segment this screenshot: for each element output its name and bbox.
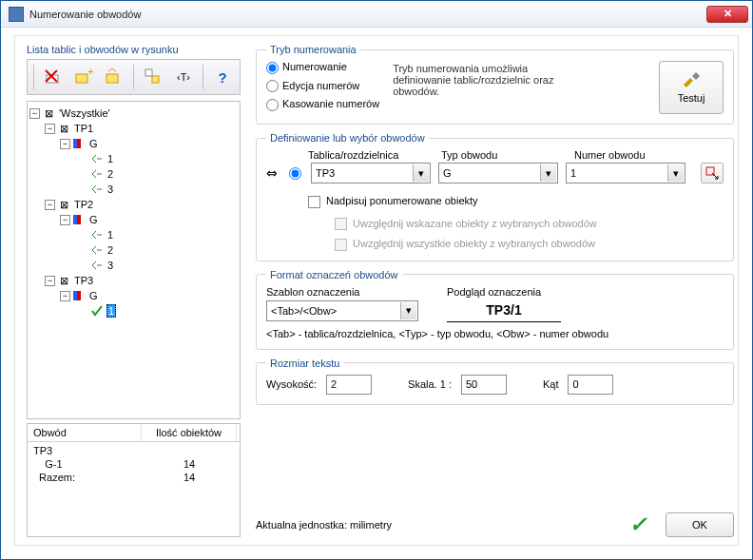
radio-numbering[interactable]: Numerowanie: [266, 61, 379, 74]
expand-icon[interactable]: −: [60, 215, 70, 225]
boxed-x-icon: ⊠: [57, 275, 70, 286]
height-input[interactable]: 2: [326, 375, 372, 395]
template-combo[interactable]: <Tab>/<Obw>▾: [266, 300, 418, 321]
tree-toolbar: + ‹T› ?: [27, 59, 241, 95]
test-button[interactable]: Testuj: [659, 61, 724, 114]
circuit-icon: [90, 183, 104, 195]
circuit-icon: [90, 153, 104, 164]
list-header-count[interactable]: Ilość obiektów: [142, 424, 237, 441]
circuit-icon: [90, 168, 104, 180]
toolbar-help-button[interactable]: ?: [209, 64, 236, 90]
ok-button[interactable]: OK: [666, 512, 734, 537]
expand-icon[interactable]: −: [45, 124, 55, 134]
check-icon: [90, 305, 104, 317]
expand-icon[interactable]: −: [60, 291, 70, 301]
preview-text: TP3/1: [447, 299, 561, 322]
format-group: Format oznaczeń obwodów Szablon oznaczen…: [256, 269, 734, 350]
pick-button[interactable]: [701, 163, 724, 183]
type-combo[interactable]: G▾: [438, 163, 558, 183]
tree-leaf[interactable]: 3: [106, 183, 114, 195]
tree-node-tp1[interactable]: TP1: [73, 123, 94, 134]
format-legend-text: <Tab> - tablica/rozdzielnica, <Typ> - ty…: [266, 328, 724, 339]
tree-node-tp2[interactable]: TP2: [73, 199, 94, 210]
tree-root[interactable]: 'Wszystkie': [58, 107, 111, 119]
radio-delete[interactable]: Kasowanie numerów: [266, 98, 379, 111]
expand-icon[interactable]: −: [60, 139, 70, 149]
hammer-icon: [681, 71, 702, 88]
checkbox-include-all: [335, 239, 347, 251]
titlebar: Numerowanie obwodów ✕: [1, 1, 752, 28]
chevron-down-icon[interactable]: ▾: [667, 164, 684, 182]
checkbox-overwrite[interactable]: [308, 196, 320, 208]
svg-rect-9: [77, 139, 81, 148]
scale-input[interactable]: 50: [461, 375, 507, 395]
boxed-x-icon: ⊠: [42, 107, 55, 119]
tree-leaf-selected[interactable]: 1: [106, 304, 116, 318]
expand-icon[interactable]: −: [45, 200, 55, 210]
label-preview: Podgląd oznaczenia: [447, 286, 541, 298]
list-header-circuit[interactable]: Obwód: [28, 424, 142, 441]
flag-icon: [72, 290, 86, 301]
label-number: Numer obwodu: [574, 149, 700, 161]
tree-node-g[interactable]: G: [88, 290, 99, 301]
tree-leaf[interactable]: 2: [106, 168, 114, 180]
radio-edit[interactable]: Edycja numerów: [266, 80, 379, 93]
toolbar-group-button[interactable]: [140, 64, 166, 90]
window: Numerowanie obwodów ✕ Lista tablic i obw…: [0, 0, 753, 560]
toolbar-add-yellow2-button[interactable]: [101, 64, 127, 90]
toolbar-text-button[interactable]: ‹T›: [170, 64, 197, 90]
tree-leaf[interactable]: 3: [106, 260, 114, 271]
tree-node-tp3[interactable]: TP3: [73, 275, 94, 286]
table-combo[interactable]: TP3▾: [311, 163, 431, 183]
text-size-group: Rozmiar tekstu Wysokość: 2 Skala. 1 : 50…: [256, 357, 734, 405]
check-icon: ✓: [629, 512, 647, 537]
svg-rect-12: [73, 291, 77, 300]
expand-icon[interactable]: −: [29, 108, 40, 119]
label-template: Szablon oznaczenia: [266, 286, 418, 298]
window-title: Numerowanie obwodów: [29, 9, 141, 20]
text-size-legend: Rozmiar tekstu: [266, 357, 343, 369]
numbering-mode-legend: Tryb numerowania: [266, 44, 360, 55]
current-unit-label: Aktualna jednostka: milimetry: [256, 519, 392, 531]
circuit-list: Obwód Ilość obiektów TP3 G-114 Razem:14: [27, 423, 241, 537]
circuit-icon: [90, 260, 104, 271]
number-combo[interactable]: 1▾: [566, 163, 685, 183]
toolbar-add-yellow-button[interactable]: +: [70, 64, 97, 90]
chevron-down-icon[interactable]: ▾: [540, 164, 556, 182]
angle-input[interactable]: 0: [568, 375, 613, 395]
checkbox-include-selected: [335, 218, 347, 230]
define-circuits-group: Definiowanie lub wybór obwodów Tablica/r…: [256, 132, 734, 261]
svg-rect-3: [76, 74, 87, 83]
swap-icon[interactable]: ⇔: [266, 165, 281, 181]
label-scale: Skala. 1 :: [408, 378, 452, 390]
svg-rect-6: [145, 69, 152, 76]
boxed-x-icon: ⊠: [57, 123, 70, 134]
numbering-mode-group: Tryb numerowania Numerowanie Edycja nume…: [256, 44, 734, 125]
list-row: TP3: [28, 444, 240, 457]
tree-leaf[interactable]: 1: [106, 229, 114, 241]
content: Lista tablic i obwodów w rysunku +: [14, 35, 739, 546]
expand-icon[interactable]: −: [45, 276, 55, 286]
left-panel-title: Lista tablic i obwodów w rysunku: [27, 44, 241, 55]
close-button[interactable]: ✕: [706, 6, 748, 23]
mode-description: Tryb numerowania umożliwia definiowanie …: [393, 61, 554, 97]
svg-rect-13: [77, 291, 81, 300]
flag-icon: [72, 214, 86, 225]
toolbar-exclude-button[interactable]: [40, 64, 67, 90]
define-circuits-legend: Definiowanie lub wybór obwodów: [266, 132, 429, 144]
tree-node-g[interactable]: G: [88, 214, 99, 225]
svg-rect-7: [152, 76, 159, 83]
tree-leaf[interactable]: 2: [106, 244, 114, 256]
chevron-down-icon[interactable]: ▾: [400, 302, 416, 319]
boxed-x-icon: ⊠: [57, 199, 70, 210]
tree-view[interactable]: −⊠'Wszystkie' −⊠TP1 −G 1 2 3 −⊠TP2 −G 1 …: [27, 101, 241, 419]
tree-leaf[interactable]: 1: [106, 153, 114, 164]
svg-rect-11: [77, 215, 81, 224]
format-legend: Format oznaczeń obwodów: [266, 269, 402, 280]
row-radio[interactable]: [289, 167, 301, 180]
list-row: G-114: [28, 457, 240, 471]
chevron-down-icon[interactable]: ▾: [413, 164, 429, 182]
list-row: Razem:14: [28, 471, 240, 484]
tree-node-g[interactable]: G: [88, 138, 99, 149]
flag-icon: [72, 138, 86, 149]
